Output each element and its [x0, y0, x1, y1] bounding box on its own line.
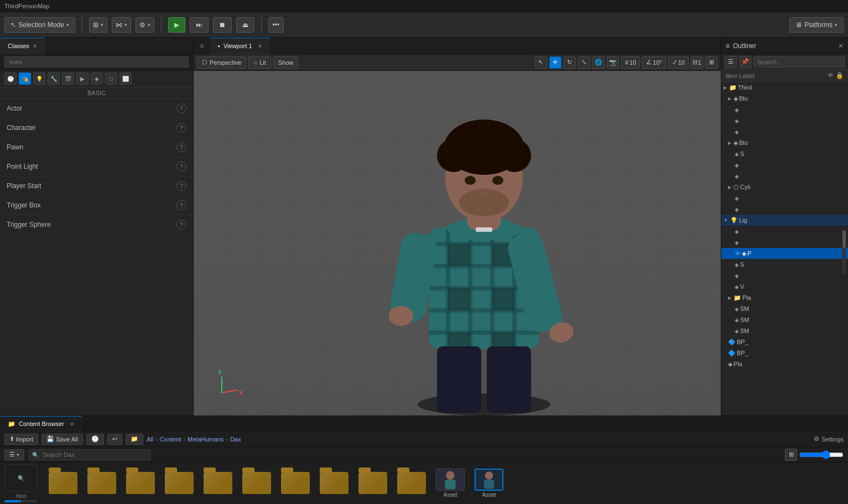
breadcrumb-dax[interactable]: Dax	[230, 436, 241, 443]
outliner-item[interactable]: ▶ ◈ Blo	[721, 137, 848, 148]
platforms-btn[interactable]: 🖥 Platforms ▾	[789, 17, 844, 33]
breadcrumb-all[interactable]: All	[147, 436, 153, 443]
outliner-item[interactable]: ◈	[721, 104, 848, 115]
bsp-icon-btn[interactable]: □	[105, 72, 117, 85]
outliner-item[interactable]: ▶ 📁 Pla	[721, 292, 848, 303]
select-tool-btn[interactable]: ↖	[535, 56, 547, 69]
outliner-item[interactable]: ◈	[721, 159, 848, 170]
outliner-item[interactable]: ◈	[721, 270, 848, 281]
outliner-item[interactable]: ◈	[721, 126, 848, 137]
viewport-1-tab[interactable]: ▪ Viewport 1 ✕	[210, 38, 270, 54]
asset-folder[interactable]	[200, 472, 236, 495]
outliner-item[interactable]: ◈ S	[721, 259, 848, 270]
recent-icon-btn[interactable]: 🕐	[4, 72, 17, 85]
maximize-btn[interactable]: ⊞	[705, 56, 717, 69]
outliner-item[interactable]: ◈ Pla	[721, 358, 848, 370]
item-info-icon[interactable]: ?	[176, 181, 186, 191]
asset-folder[interactable]	[355, 472, 391, 495]
outliner-item[interactable]: ◈	[721, 204, 848, 215]
asset-folder[interactable]	[45, 472, 81, 495]
angle-snap-btn[interactable]: ∠ 10°	[642, 56, 666, 69]
more-options-btn[interactable]: •••	[268, 17, 284, 33]
actor-icon-btn[interactable]: 🎭	[19, 72, 31, 85]
asset-folder[interactable]	[394, 472, 429, 495]
skip-btn[interactable]: ⏭	[190, 17, 209, 33]
list-item[interactable]: Actor ?	[0, 99, 193, 118]
rotate-tool-btn[interactable]: ↻	[564, 56, 576, 69]
tile-view-btn[interactable]: ⊞	[785, 449, 797, 461]
asset-character-thumb[interactable]: Asset	[433, 469, 468, 498]
layer-btn[interactable]: ⊟ 1	[691, 56, 703, 69]
asset-folder[interactable]	[123, 472, 158, 495]
list-item[interactable]: Trigger Sphere ?	[0, 215, 193, 235]
outliner-pin-btn[interactable]: 📌	[739, 56, 751, 68]
mesh-icon-btn[interactable]: ◈	[91, 72, 103, 85]
list-item[interactable]: Point Light ?	[0, 157, 193, 176]
build-btn[interactable]: ⚙ ▾	[136, 17, 154, 33]
snapping-btn[interactable]: ⋈ ▾	[112, 17, 131, 33]
undo-btn[interactable]: ↩	[107, 434, 122, 445]
viewport-menu-btn[interactable]: ≡	[194, 42, 210, 50]
stop-btn[interactable]: ⏹	[213, 17, 232, 33]
list-item[interactable]: Pawn ?	[0, 138, 193, 157]
breadcrumb-metahumans[interactable]: MetaHumans	[188, 436, 223, 443]
outliner-filter-btn[interactable]: ☰	[725, 56, 737, 68]
anim-icon-btn[interactable]: ▶	[76, 72, 89, 85]
outliner-item[interactable]: ◈ SM	[721, 325, 848, 336]
outliner-item-active[interactable]: 👁 ◈ P	[721, 248, 848, 259]
classes-tab-close[interactable]: ✕	[33, 43, 37, 49]
lit-btn[interactable]: ○ Lit	[248, 56, 270, 69]
filter-btn[interactable]: ☰ ▾	[4, 449, 24, 460]
bottom-search-input[interactable]	[29, 449, 150, 460]
asset-folder[interactable]	[316, 472, 352, 495]
scale-tool-btn[interactable]: ⤡	[578, 56, 590, 69]
light-icon-btn[interactable]: 💡	[33, 72, 45, 85]
history-btn[interactable]: 🕐	[86, 434, 104, 445]
folder-btn[interactable]: 📁	[126, 434, 143, 445]
viewport-close-icon[interactable]: ✕	[258, 43, 262, 49]
item-info-icon[interactable]: ?	[176, 220, 186, 230]
outliner-close-icon[interactable]: ✕	[838, 42, 844, 50]
volume-icon-btn[interactable]: ⬜	[119, 72, 132, 85]
outliner-item[interactable]: ▶ ⬡ Cyli	[721, 181, 848, 193]
grid-snap-btn[interactable]: # 10	[621, 56, 640, 69]
outliner-search-input[interactable]	[753, 56, 845, 67]
play-btn[interactable]: ▶	[168, 17, 185, 33]
asset-folder[interactable]	[162, 472, 197, 495]
outliner-item[interactable]: 🔷 BP_	[721, 347, 848, 358]
asset-character-selected-thumb[interactable]: Asset	[471, 469, 507, 498]
add-actor-btn[interactable]: ⊞ ▾	[89, 17, 107, 33]
save-all-btn[interactable]: 💾 Save All	[41, 434, 83, 445]
selection-mode-btn[interactable]: ↖ Selection Mode ▾	[4, 17, 75, 33]
asset-folder[interactable]	[84, 472, 119, 495]
breadcrumb-content[interactable]: Content	[160, 436, 181, 443]
viewport-canvas[interactable]: X Y	[194, 71, 721, 415]
outliner-item[interactable]: 🔷 BP_	[721, 336, 848, 347]
outliner-item[interactable]: ◈ S	[721, 148, 848, 159]
translate-tool-btn[interactable]: ✛	[549, 56, 561, 69]
outliner-item[interactable]: ◈	[721, 226, 848, 237]
item-info-icon[interactable]: ?	[176, 200, 186, 210]
component-icon-btn[interactable]: 🔧	[48, 72, 60, 85]
perspective-btn[interactable]: ⬡ Perspective	[197, 56, 246, 69]
show-btn[interactable]: Show	[273, 56, 299, 69]
list-item[interactable]: Player Start ?	[0, 176, 193, 196]
list-item[interactable]: Character ?	[0, 118, 193, 138]
outliner-item-selected[interactable]: ▼ 💡 Lig	[721, 215, 848, 226]
cinematic-icon-btn[interactable]: 🎬	[62, 72, 74, 85]
list-item[interactable]: Trigger Box ?	[0, 196, 193, 215]
scale-snap-btn[interactable]: ⤢ 10	[668, 56, 689, 69]
item-info-icon[interactable]: ?	[176, 103, 186, 113]
outliner-item[interactable]: ◈	[721, 115, 848, 126]
item-info-icon[interactable]: ?	[176, 162, 186, 172]
outliner-item[interactable]: ▶ ◈ Blo	[721, 93, 848, 104]
classes-tab[interactable]: Classes ✕	[0, 38, 45, 54]
outliner-item[interactable]: ◈ V	[721, 281, 848, 292]
item-info-icon[interactable]: ?	[176, 123, 186, 133]
eject-btn[interactable]: ⏏	[236, 17, 254, 33]
settings-btn[interactable]: ⚙ Settings	[814, 435, 844, 443]
asset-folder[interactable]	[278, 472, 313, 495]
outliner-item[interactable]: ▶ 📁 Third	[721, 82, 848, 93]
content-tab-close[interactable]: ✕	[70, 421, 74, 427]
outliner-item[interactable]: ◈	[721, 193, 848, 204]
